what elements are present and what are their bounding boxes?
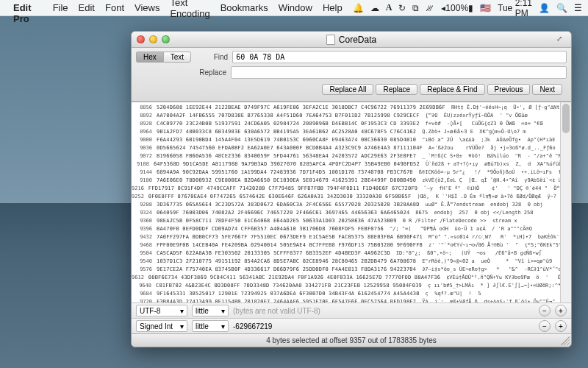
hex-row[interactable]: 95401037D1C3 2F210775 49151192 854A2CA6 …: [132, 258, 571, 266]
endian-select-2[interactable]: little▾: [192, 320, 229, 332]
menu-bookmarks[interactable]: Bookmarks: [220, 2, 268, 13]
replace-find-button[interactable]: Replace & Find: [420, 84, 484, 95]
endian-select[interactable]: little▾: [192, 305, 229, 316]
window-title: CoreData: [339, 35, 376, 45]
hex-row[interactable]: 910864F5368D 9D1CA5DE A8117988 9A79B3AD …: [132, 160, 571, 169]
app-menu[interactable]: Hex Edit Pro: [13, 0, 43, 24]
hex-row[interactable]: 95769E17CE2A F75740EA 83745B0F 4D336617 …: [132, 266, 571, 274]
menu-views[interactable]: Views: [135, 2, 159, 13]
hex-row[interactable]: 91446894A9A 90C92DAA 59951760 1A199DA4 7…: [132, 169, 571, 177]
scrollbar-thumb[interactable]: [562, 104, 570, 133]
hex-row[interactable]: 9000F6A44293 6B190BD4 145A4F04 13E5D619 …: [132, 136, 571, 144]
hex-row[interactable]: 936098EA2C5B 0F58C711 78DF4F50 E1C64068 …: [132, 217, 571, 225]
find-input[interactable]: [232, 51, 567, 63]
document-icon: [326, 35, 335, 45]
view-mode-segment[interactable]: Hex Text: [136, 52, 191, 63]
menu-window[interactable]: Window: [279, 2, 312, 13]
hex-row[interactable]: 92520F0E8FFF 87670EAE4 0F747265 6574642E…: [132, 193, 571, 201]
add-row-button[interactable]: +: [555, 305, 567, 316]
scrollbar[interactable]: [560, 102, 571, 302]
adobe-icon[interactable]: A: [386, 2, 392, 13]
clock[interactable]: Tue 2:11 PM: [498, 0, 532, 18]
hex-row[interactable]: 9396BA470FB 0EFD0DDF CD09AD74 CFF6B357 A…: [132, 225, 571, 233]
hex-row[interactable]: 92883D367735 065A56E4 3C23D572A 383D0672…: [132, 201, 571, 209]
find-toolbar: Hex Text Find Replace Replace All Replac…: [132, 48, 571, 102]
replace-all-button[interactable]: Replace All: [322, 84, 373, 95]
hex-row[interactable]: 9324064059F 76003D06 74082A2 2F46696C 74…: [132, 209, 571, 217]
hex-row[interactable]: 9720F3B84A3D 27413A99 0E1154B0 201820E7 …: [132, 298, 571, 302]
text-tab[interactable]: Text: [163, 52, 191, 63]
previous-button[interactable]: Previous: [487, 84, 531, 95]
menu-file[interactable]: File: [53, 2, 68, 13]
status-text: 4 bytes selected at offset 9357 out of 1…: [266, 336, 437, 344]
menu-extras: 🔔 ☁ A ↻ ⧉ ⫻ ◂ 100% ▮ 🇺🇸 Tue 2:11 PM 👤 🔍 …: [353, 0, 582, 18]
hex-row[interactable]: 9504CA5CAD5F 622A8A3B FE303502 20133305 …: [132, 250, 571, 258]
replace-input[interactable]: [231, 66, 567, 79]
encoding-bar: UTF-8▾ little▾ (bytes are not valid UTF-…: [132, 302, 571, 318]
menu-edit[interactable]: Edit: [79, 2, 95, 13]
remove-row-button-2[interactable]: −: [539, 320, 551, 332]
fullscreen-button[interactable]: ⤢: [556, 35, 567, 45]
hex-row[interactable]: 9648C01FB702 4&B23E4C 0D3D08FF 70D3348D …: [132, 282, 571, 290]
hex-row[interactable]: 94327A0FF297FA 0DB0CF73 5FE7667F 7F5510E…: [132, 233, 571, 241]
spotlight-icon[interactable]: 👤: [539, 3, 550, 13]
hex-tab[interactable]: Hex: [136, 52, 163, 63]
hex-row[interactable]: 9468FPF00E9F0B 14CEB40A FE4209BA 0294001…: [132, 241, 571, 250]
menu-font[interactable]: Font: [105, 2, 124, 13]
hex-view[interactable]: 88565204D608 1EE92E44 2122BEAE D749F97C …: [132, 102, 571, 302]
hex-row[interactable]: 90360D5665624 74547560 EFDA0BF2 EA62A0E7…: [132, 144, 571, 152]
wifi-icon[interactable]: ⫻: [426, 3, 434, 13]
hex-row[interactable]: 9216FFD17917 0C91F4DF 4749CCAFF 71420280…: [132, 185, 571, 193]
hex-row[interactable]: 8928C4C09770 23C24B0B 51937591 24CD6A05 …: [132, 120, 571, 128]
replace-label: Replace: [194, 68, 226, 77]
minimize-button[interactable]: [149, 35, 157, 43]
status-bar: 4 bytes selected at offset 9357 out of 1…: [132, 333, 571, 347]
title-bar[interactable]: CoreData ⤢: [132, 32, 571, 48]
input-flag[interactable]: 🇺🇸: [480, 3, 491, 13]
menu-help[interactable]: Help: [323, 2, 343, 13]
replace-button[interactable]: Replace: [376, 84, 417, 95]
notification-icon[interactable]: 🔔: [353, 3, 364, 13]
hex-row[interactable]: 88565204D608 1EE92E44 2122BEAE D749F97C …: [132, 104, 571, 112]
cloud-icon[interactable]: ☁: [370, 3, 379, 13]
hex-row[interactable]: 9072B1966058 FB60A536 48CE2336 8340059F …: [132, 152, 571, 160]
value-bar: Signed Int▾ little▾ -629667219 − +: [132, 318, 571, 333]
close-button[interactable]: [137, 35, 145, 43]
menu-encoding[interactable]: Text Encoding: [170, 0, 209, 19]
hex-row[interactable]: 961208BF6E734 43DF3869 9C84C411 56341ABC…: [132, 274, 571, 282]
hex-row[interactable]: 89649B1A2FD7 48B033C8 6B34983E 630A6572 …: [132, 128, 571, 136]
add-row-button-2[interactable]: +: [555, 320, 567, 332]
hex-row[interactable]: 91807A6E06E0 78D00932 C9E800EA B2DA6650 …: [132, 177, 571, 185]
zoom-button[interactable]: [162, 35, 170, 43]
encoding-select[interactable]: UTF-8▾: [136, 305, 187, 316]
type-select[interactable]: Signed Int▾: [136, 320, 187, 332]
remove-row-button[interactable]: −: [539, 305, 551, 316]
resize-handle[interactable]: [561, 336, 570, 345]
hex-row[interactable]: 96849F1645331 3B525017 12901E 72394925 0…: [132, 290, 571, 298]
find-label: Find: [196, 53, 228, 61]
dropbox-icon[interactable]: ⧉: [412, 3, 419, 13]
menu-bar: Hex Edit Pro File Edit Font Views Text E…: [0, 0, 588, 16]
encoding-note: (bytes are not valid UTF-8): [233, 307, 320, 315]
sync-icon[interactable]: ↻: [398, 3, 406, 13]
next-button[interactable]: Next: [532, 84, 562, 95]
hex-row[interactable]: 8892AA7804A2F 14FB6555 707D838E B7765330…: [132, 112, 571, 120]
search-icon[interactable]: 🔍: [556, 3, 567, 13]
notification-center-icon[interactable]: ☰: [574, 3, 582, 13]
editor-window: CoreData ⤢ Hex Text Find Replace Replace…: [131, 31, 572, 347]
decoded-value: -629667219: [233, 322, 272, 330]
battery-status[interactable]: ◂ 100% ▮: [441, 3, 473, 13]
